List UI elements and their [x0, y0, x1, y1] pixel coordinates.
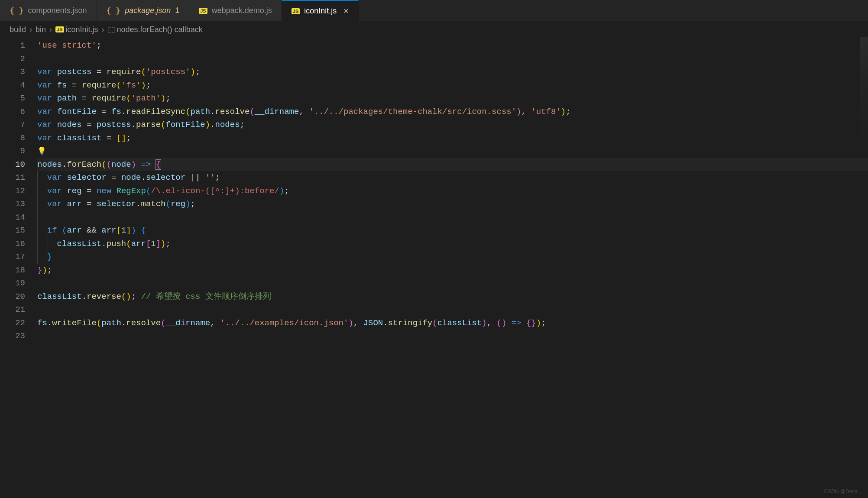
line-number: 17 — [0, 250, 25, 264]
code-line[interactable]: var fontFile = fs.readFileSync(path.reso… — [37, 105, 868, 119]
line-number: 2 — [0, 52, 25, 66]
chevron-right-icon: › — [49, 25, 52, 34]
tab-bar: { } components.json { } package.json 1 J… — [0, 0, 868, 22]
tab-package-json[interactable]: { } package.json 1 — [97, 0, 190, 21]
breadcrumb-segment[interactable]: build — [10, 25, 26, 34]
code-line[interactable]: var fs = require('fs'); — [37, 79, 868, 92]
line-number: 15 — [0, 224, 25, 237]
json-icon: { } — [107, 6, 121, 15]
line-number: 22 — [0, 317, 25, 330]
code-line[interactable]: 💡 — [37, 145, 868, 158]
code-line[interactable]: fs.writeFile(path.resolve(__dirname, '..… — [37, 317, 868, 330]
line-number: 14 — [0, 211, 25, 224]
line-number: 1 — [0, 39, 25, 52]
modified-badge: 1 — [175, 6, 179, 15]
line-number-gutter: 1234567891011121314151617181920212223 — [0, 39, 37, 343]
tab-components-json[interactable]: { } components.json — [0, 0, 97, 21]
line-number: 16 — [0, 237, 25, 251]
code-line[interactable]: var reg = new RegExp(/\.el-icon-([^:]+):… — [37, 184, 868, 198]
code-line[interactable]: 'use strict'; — [37, 39, 868, 52]
line-number: 18 — [0, 264, 25, 277]
code-line[interactable]: } — [37, 250, 868, 264]
code-area[interactable]: 'use strict';var postcss = require('post… — [37, 39, 868, 343]
code-line[interactable]: classList.push(arr[1]); — [37, 237, 868, 251]
chevron-right-icon: › — [102, 25, 104, 34]
code-editor[interactable]: 1234567891011121314151617181920212223 'u… — [0, 37, 868, 343]
line-number: 19 — [0, 277, 25, 290]
code-line[interactable]: nodes.forEach((node) => { — [37, 158, 868, 171]
code-line[interactable]: }); — [37, 264, 868, 277]
code-line[interactable]: var classList = []; — [37, 132, 868, 145]
watermark: CSDN @Deca… — [824, 488, 863, 495]
tab-label: webpack.demo.js — [212, 6, 272, 15]
code-line[interactable] — [37, 211, 868, 224]
breadcrumb-segment[interactable]: bin — [36, 25, 46, 34]
code-line[interactable]: var postcss = require('postcss'); — [37, 65, 868, 79]
tab-iconinit-js[interactable]: JS iconInit.js × — [282, 0, 359, 21]
code-line[interactable]: var nodes = postcss.parse(fontFile).node… — [37, 118, 868, 132]
line-number: 20 — [0, 290, 25, 304]
code-line[interactable]: classList.reverse(); // 希望按 css 文件顺序倒序排列 — [37, 290, 868, 304]
js-icon: JS — [291, 8, 300, 14]
breadcrumb-segment[interactable]: iconInit.js — [66, 25, 98, 34]
minimap[interactable] — [860, 37, 868, 146]
json-icon: { } — [10, 6, 24, 15]
line-number: 21 — [0, 303, 25, 317]
symbol-icon: ⬚ — [108, 25, 115, 34]
breadcrumb[interactable]: build › bin › JS iconInit.js › ⬚ nodes.f… — [0, 22, 868, 37]
line-number: 13 — [0, 197, 25, 211]
line-number: 12 — [0, 184, 25, 198]
code-line[interactable] — [37, 330, 868, 343]
close-icon[interactable]: × — [343, 6, 349, 16]
code-line[interactable]: if (arr && arr[1]) { — [37, 224, 868, 237]
js-icon: JS — [55, 26, 64, 32]
line-number: 6 — [0, 105, 25, 119]
line-number: 10 — [0, 158, 25, 171]
line-number: 7 — [0, 118, 25, 132]
line-number: 9 — [0, 145, 25, 158]
tab-label: package.json — [125, 6, 171, 15]
line-number: 4 — [0, 79, 25, 92]
code-line[interactable] — [37, 52, 868, 66]
code-line[interactable]: var arr = selector.match(reg); — [37, 197, 868, 211]
breadcrumb-segment[interactable]: nodes.forEach() callback — [117, 25, 203, 34]
js-icon: JS — [199, 8, 207, 14]
line-number: 23 — [0, 330, 25, 343]
tab-label: components.json — [28, 6, 87, 15]
code-line[interactable]: var path = require('path'); — [37, 92, 868, 105]
line-number: 5 — [0, 92, 25, 105]
line-number: 11 — [0, 171, 25, 184]
code-line[interactable]: var selector = node.selector || ''; — [37, 171, 868, 184]
code-line[interactable] — [37, 277, 868, 290]
line-number: 8 — [0, 132, 25, 145]
tab-label: iconInit.js — [304, 6, 337, 16]
tab-webpack-demo[interactable]: JS webpack.demo.js — [189, 0, 282, 21]
code-line[interactable] — [37, 303, 868, 317]
line-number: 3 — [0, 65, 25, 79]
chevron-right-icon: › — [29, 25, 32, 34]
